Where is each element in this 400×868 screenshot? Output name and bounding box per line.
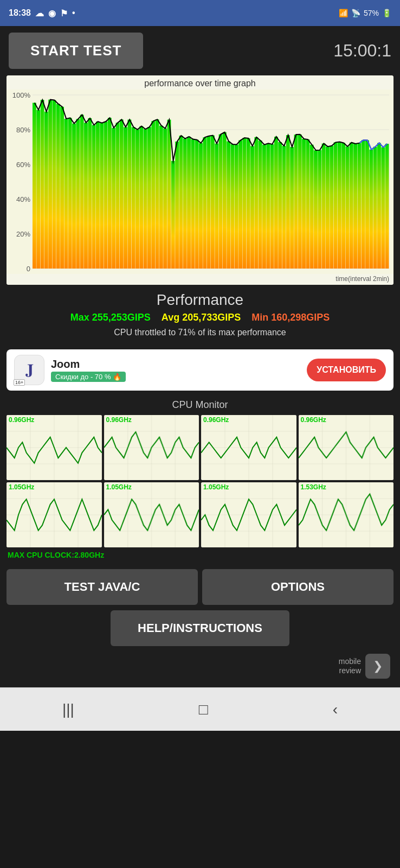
cpu-freq-6: 1.05GHz xyxy=(106,483,132,491)
wifi-icon: 📶 xyxy=(339,9,348,17)
timer-display: 15:00:1 xyxy=(333,41,391,61)
bottom-buttons: TEST JAVA/C OPTIONS xyxy=(0,569,400,605)
age-badge: 16+ xyxy=(14,379,25,386)
flag-icon: ⚑ xyxy=(60,8,68,18)
nav-bar: ||| □ ‹ xyxy=(0,687,400,731)
performance-stats: Performance Max 255,253GIPS Avg 205,733G… xyxy=(0,285,400,345)
nav-back-button[interactable]: ‹ xyxy=(317,695,354,724)
cpu-graph-3 xyxy=(201,415,296,480)
help-instructions-button[interactable]: HELP/INSTRUCTIONS xyxy=(111,610,289,646)
perf-max: Max 255,253GIPS xyxy=(70,312,151,323)
start-test-button[interactable]: START TEST xyxy=(9,33,143,69)
mobile-review-icon: ❯ xyxy=(365,654,390,679)
mr-line2: review xyxy=(339,666,361,675)
cpu-freq-2: 0.96GHz xyxy=(106,416,132,424)
ad-app-name: Joom xyxy=(51,358,300,371)
cpu-graph-1 xyxy=(7,415,102,480)
cpu-core-7: 1.05GHz xyxy=(201,482,296,547)
cpu-graph-8 xyxy=(299,482,394,547)
help-btn-row: HELP/INSTRUCTIONS xyxy=(0,610,400,646)
app-container: START TEST 15:00:1 performance over time… xyxy=(0,26,400,687)
mr-line1: mobile xyxy=(339,657,361,666)
ad-banner: 𝐉 16+ Joom Скидки до - 70 % 🔥 УСТАНОВИТЬ xyxy=(7,349,393,391)
performance-graph xyxy=(7,90,393,274)
perf-avg: Avg 205,733GIPS xyxy=(162,312,241,323)
max-cpu-clock: MAX CPU CLOCK:2.80GHz xyxy=(8,551,393,559)
cpu-freq-5: 1.05GHz xyxy=(9,483,34,491)
graph-title: performance over time graph xyxy=(7,75,393,90)
cpu-core-3: 0.96GHz xyxy=(201,415,296,480)
cpu-graph-4 xyxy=(299,415,394,480)
graph-x-label: time(interval 2min) xyxy=(7,274,393,285)
cpu-freq-4: 0.96GHz xyxy=(301,416,326,424)
dot-icon: • xyxy=(72,8,75,18)
cpu-core-6: 1.05GHz xyxy=(104,482,199,547)
options-button[interactable]: OPTIONS xyxy=(202,569,393,605)
cpu-freq-7: 1.05GHz xyxy=(203,483,229,491)
ad-description: Скидки до - 70 % 🔥 xyxy=(51,372,126,382)
location-icon: ◉ xyxy=(48,8,56,18)
cloud-icon: ☁ xyxy=(35,8,44,18)
throttle-text: CPU throttled to 71% of its max performa… xyxy=(0,328,400,337)
perf-min: Min 160,298GIPS xyxy=(251,312,330,323)
signal-icon: 📡 xyxy=(351,9,360,17)
cpu-monitor-title: CPU Monitor xyxy=(7,399,393,411)
ad-install-button[interactable]: УСТАНОВИТЬ xyxy=(307,359,386,381)
test-java-c-button[interactable]: TEST JAVA/C xyxy=(7,569,198,605)
top-controls: START TEST 15:00:1 xyxy=(0,26,400,75)
ad-app-icon: 𝐉 16+ xyxy=(14,355,44,385)
nav-home-button[interactable]: □ xyxy=(183,695,224,724)
status-bar: 18:38 ☁ ◉ ⚑ • 📶 📡 57% 🔋 xyxy=(0,0,400,26)
cpu-freq-1: 0.96GHz xyxy=(9,416,34,424)
ad-info: Joom Скидки до - 70 % 🔥 xyxy=(51,358,300,382)
cpu-graph-7 xyxy=(201,482,296,547)
cpu-graph-5 xyxy=(7,482,102,547)
cpu-core-4: 0.96GHz xyxy=(299,415,394,480)
cpu-core-8: 1.53GHz xyxy=(299,482,394,547)
status-right: 📶 📡 57% 🔋 xyxy=(339,9,391,17)
mobile-review-logo: mobile review ❯ xyxy=(0,654,400,687)
cpu-monitor-section: CPU Monitor 0.96GHz 0.96GHz 0.96GHz 0.96… xyxy=(0,395,400,569)
cpu-core-1: 0.96GHz xyxy=(7,415,102,480)
cpu-graph-6 xyxy=(104,482,199,547)
performance-graph-section: performance over time graph time(interva… xyxy=(7,75,393,285)
performance-numbers: Max 255,253GIPS Avg 205,733GIPS Min 160,… xyxy=(0,312,400,323)
cpu-graph-2 xyxy=(104,415,199,480)
cpu-core-2: 0.96GHz xyxy=(104,415,199,480)
cpu-core-5: 1.05GHz xyxy=(7,482,102,547)
nav-menu-button[interactable]: ||| xyxy=(46,695,91,724)
battery-text: 57% xyxy=(364,9,379,17)
performance-label: Performance xyxy=(0,291,400,309)
status-time: 18:38 xyxy=(9,8,31,18)
cpu-freq-3: 0.96GHz xyxy=(203,416,229,424)
status-left: 18:38 ☁ ◉ ⚑ • xyxy=(9,8,75,18)
cpu-freq-8: 1.53GHz xyxy=(301,483,326,491)
cpu-grid: 0.96GHz 0.96GHz 0.96GHz 0.96GHz 1.05GHz xyxy=(7,415,393,547)
mobile-review-text: mobile review xyxy=(339,657,361,675)
battery-icon: 🔋 xyxy=(382,9,391,17)
